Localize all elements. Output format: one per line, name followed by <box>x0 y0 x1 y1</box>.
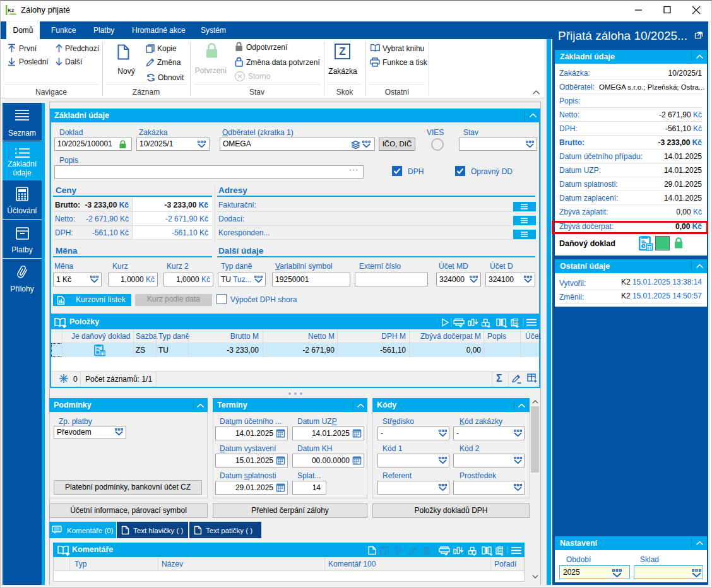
svg-text:K2: K2 <box>8 8 15 13</box>
